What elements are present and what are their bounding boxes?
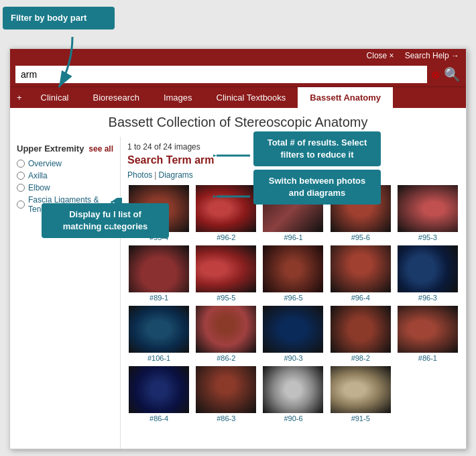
tooltip-switch: Switch between photos and diagrams: [253, 170, 381, 205]
image-thumbnail[interactable]: [263, 306, 323, 353]
nav-item-clinical-textbooks[interactable]: Clinical Textbooks: [204, 87, 298, 108]
image-label[interactable]: #91-5: [351, 414, 370, 422]
list-item[interactable]: #86-4: [127, 366, 190, 422]
sidebar-label-axilla: Axilla: [28, 171, 48, 180]
search-help-link[interactable]: Search Help →: [405, 51, 459, 60]
see-all-link[interactable]: see all: [88, 144, 113, 154]
sidebar-section-title: Upper Extremity see all: [17, 144, 113, 154]
image-thumbnail[interactable]: [196, 306, 256, 353]
search-term-value: arm: [194, 154, 214, 166]
search-icon[interactable]: 🔍: [444, 66, 461, 82]
image-thumbnail[interactable]: [263, 245, 323, 292]
radio-elbow[interactable]: [17, 184, 25, 192]
view-separator: |: [154, 170, 156, 180]
image-label[interactable]: #96-4: [351, 294, 370, 302]
sidebar-item-overview[interactable]: Overview: [17, 158, 113, 170]
image-thumbnail[interactable]: [331, 366, 391, 413]
image-label[interactable]: #86-3: [217, 414, 235, 422]
list-item[interactable]: #96-4: [329, 245, 392, 302]
list-item[interactable]: #91-5: [329, 366, 392, 422]
list-item[interactable]: #95-5: [194, 245, 257, 302]
image-thumbnail[interactable]: [398, 185, 458, 232]
image-thumbnail[interactable]: [196, 366, 256, 413]
radio-overview[interactable]: [17, 160, 25, 168]
image-thumbnail[interactable]: [398, 245, 458, 292]
image-thumbnail[interactable]: [196, 245, 256, 292]
image-label[interactable]: #95-5: [217, 294, 235, 302]
image-thumbnail[interactable]: [129, 245, 189, 292]
image-label[interactable]: #95-6: [351, 233, 370, 241]
image-thumbnail[interactable]: [263, 366, 323, 413]
image-label[interactable]: #86-4: [150, 414, 168, 422]
nav-item-images[interactable]: Images: [152, 87, 204, 108]
browser-window: Close × Search Help → ⊗ 🔍 + Clinical Bio…: [9, 48, 467, 449]
radio-axilla[interactable]: [17, 172, 25, 180]
image-label[interactable]: #96-2: [217, 233, 235, 241]
image-label[interactable]: #96-1: [284, 233, 302, 241]
list-item[interactable]: #90-3: [261, 306, 324, 362]
image-label[interactable]: #98-2: [351, 354, 370, 362]
sidebar-label-elbow: Elbow: [28, 183, 50, 192]
list-item[interactable]: #98-2: [329, 306, 392, 362]
sidebar-item-axilla[interactable]: Axilla: [17, 170, 113, 182]
tooltip-total: Total # of results. Select filters to re…: [253, 131, 381, 166]
image-thumbnail[interactable]: [398, 306, 458, 353]
list-item[interactable]: #86-3: [194, 366, 257, 422]
arrow-filter: [52, 37, 93, 91]
nav-item-bassett-anatomy[interactable]: Bassett Anatomy: [298, 87, 393, 108]
list-item[interactable]: #90-6: [261, 366, 324, 422]
list-item[interactable]: #86-2: [194, 306, 257, 362]
list-item[interactable]: #86-1: [396, 306, 459, 362]
sidebar: Upper Extremity see all Overview Axilla …: [10, 137, 121, 449]
image-label[interactable]: #90-3: [284, 354, 302, 362]
image-thumbnail[interactable]: [331, 245, 391, 292]
image-label[interactable]: #106-1: [147, 354, 170, 362]
sidebar-section-label: Upper Extremity: [17, 144, 84, 154]
search-term-label: Search Term: [127, 154, 194, 166]
clear-search-icon[interactable]: ⊗: [431, 68, 440, 81]
radio-fascia[interactable]: [17, 201, 25, 209]
photos-view-link[interactable]: Photos: [127, 170, 152, 180]
list-item[interactable]: #95-3: [396, 185, 459, 241]
sidebar-label-overview: Overview: [28, 159, 62, 168]
image-thumbnail[interactable]: [129, 366, 189, 413]
list-item[interactable]: #96-3: [396, 245, 459, 302]
list-item[interactable]: #96-5: [261, 245, 324, 302]
image-label[interactable]: #86-2: [217, 354, 235, 362]
nav-plus-button[interactable]: +: [10, 87, 29, 108]
image-label[interactable]: #96-5: [284, 294, 302, 302]
image-label[interactable]: #86-1: [418, 354, 437, 362]
tooltip-filter: Filter by body part: [3, 7, 115, 30]
image-label[interactable]: #95-3: [418, 233, 437, 241]
image-label[interactable]: #89-1: [150, 294, 168, 302]
page-title: Bassett Collection of Stereoscopic Anato…: [10, 108, 466, 137]
arrow-total: [213, 149, 253, 176]
close-button[interactable]: Close ×: [367, 51, 394, 60]
image-label[interactable]: #96-3: [418, 294, 437, 302]
diagrams-view-link[interactable]: Diagrams: [158, 170, 192, 180]
image-grid: #95-4#96-2#96-1#95-6#95-3#89-1#95-5#96-5…: [127, 185, 459, 422]
main-content: Upper Extremity see all Overview Axilla …: [10, 137, 466, 449]
image-thumbnail[interactable]: [331, 306, 391, 353]
image-label[interactable]: #90-6: [284, 414, 302, 422]
list-item[interactable]: #106-1: [127, 306, 190, 362]
list-item[interactable]: #89-1: [127, 245, 190, 302]
arrow-list: [102, 198, 122, 231]
arrow-switch: [213, 190, 253, 203]
image-thumbnail[interactable]: [129, 306, 189, 353]
sidebar-item-elbow[interactable]: Elbow: [17, 182, 113, 194]
